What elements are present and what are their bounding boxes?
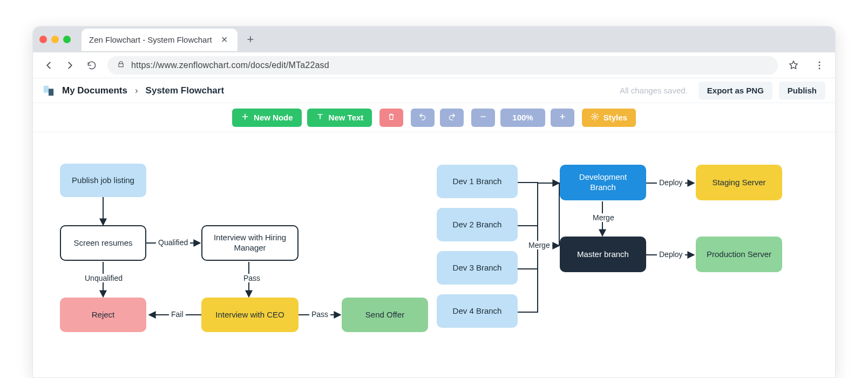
browser-menu-icon[interactable] (813, 59, 825, 71)
node-dev1[interactable]: Dev 1 Branch (437, 165, 518, 198)
redo-button[interactable] (440, 109, 464, 127)
plus-icon (558, 112, 567, 123)
save-status: All changes saved. (620, 86, 688, 95)
app-logo-icon (43, 85, 55, 97)
node-interview-hm[interactable]: Interview with Hiring Manager (201, 225, 299, 261)
node-dev3[interactable]: Dev 3 Branch (437, 251, 518, 285)
zoom-in-button[interactable] (551, 109, 574, 127)
svg-point-1 (819, 64, 820, 66)
undo-icon (418, 112, 427, 123)
breadcrumb-leaf[interactable]: System Flowchart (146, 85, 225, 96)
bookmark-star-icon[interactable] (788, 59, 799, 71)
svg-rect-4 (49, 89, 53, 96)
flowchart-canvas[interactable]: Publish job listing Screen resumes Inter… (33, 132, 835, 377)
tab-title: Zen Flowchart - System Flowchart (89, 35, 212, 44)
svg-point-2 (819, 68, 820, 69)
node-master[interactable]: Master branch (560, 237, 646, 272)
gear-icon (591, 112, 599, 123)
edge-label-merge2[interactable]: Merge (591, 213, 616, 222)
new-tab-button[interactable]: + (243, 32, 259, 46)
browser-tab[interactable]: Zen Flowchart - System Flowchart ✕ (82, 29, 238, 51)
minus-icon (479, 112, 487, 123)
node-dev2[interactable]: Dev 2 Branch (437, 208, 518, 241)
node-production[interactable]: Production Server (696, 237, 782, 272)
toolbar: New Node New Text 100% (33, 103, 835, 132)
undo-button[interactable] (411, 109, 435, 127)
browser-window: Zen Flowchart - System Flowchart ✕ + htt… (32, 26, 836, 378)
node-publish-job[interactable]: Publish job listing (60, 164, 146, 197)
new-node-button[interactable]: New Node (232, 109, 302, 127)
svg-rect-3 (44, 85, 49, 92)
nav-forward-button[interactable] (64, 59, 76, 71)
styles-button[interactable]: Styles (582, 109, 636, 127)
publish-button[interactable]: Publish (779, 82, 825, 100)
zoom-out-button[interactable] (471, 109, 495, 127)
node-screen-resumes[interactable]: Screen resumes (60, 225, 146, 261)
window-maximize-icon[interactable] (63, 36, 71, 43)
delete-button[interactable] (379, 109, 403, 127)
trash-icon (387, 112, 396, 123)
breadcrumb-root[interactable]: My Documents (62, 85, 127, 96)
node-reject[interactable]: Reject (60, 298, 146, 332)
address-bar[interactable]: https://www.zenflowchart.com/docs/edit/M… (107, 56, 778, 75)
url-text: https://www.zenflowchart.com/docs/edit/M… (131, 60, 329, 70)
window-controls (39, 36, 71, 43)
tab-strip: Zen Flowchart - System Flowchart ✕ + (33, 26, 835, 52)
redo-icon (447, 112, 456, 123)
chevron-right-icon: › (135, 85, 138, 96)
lock-icon (117, 60, 125, 70)
nav-back-button[interactable] (43, 59, 55, 71)
url-bar: https://www.zenflowchart.com/docs/edit/M… (33, 52, 835, 78)
window-minimize-icon[interactable] (51, 36, 59, 43)
edge-label-qualified[interactable]: Qualified (156, 238, 190, 247)
node-dev-branch[interactable]: Development Branch (560, 165, 646, 200)
svg-point-5 (594, 116, 596, 118)
node-staging[interactable]: Staging Server (696, 165, 782, 200)
edge-label-merge1[interactable]: Merge (526, 241, 552, 249)
node-dev4[interactable]: Dev 4 Branch (437, 294, 518, 328)
window-close-icon[interactable] (39, 36, 47, 43)
edge-label-pass2[interactable]: Pass (309, 310, 330, 319)
close-icon[interactable]: ✕ (219, 33, 230, 46)
edge-label-deploy1[interactable]: Deploy (657, 178, 685, 187)
plus-icon (241, 112, 249, 123)
zoom-level[interactable]: 100% (500, 109, 545, 127)
edge-label-unqualified[interactable]: Unqualified (83, 274, 125, 282)
nav-reload-button[interactable] (86, 59, 98, 71)
new-text-button[interactable]: New Text (307, 109, 372, 127)
breadcrumb: My Documents › System Flowchart (62, 85, 224, 96)
export-png-button[interactable]: Export as PNG (699, 82, 772, 100)
text-icon (316, 112, 324, 123)
edge-label-pass1[interactable]: Pass (241, 274, 262, 282)
app-header: My Documents › System Flowchart All chan… (33, 78, 835, 103)
node-send-offer[interactable]: Send Offer (342, 298, 428, 332)
node-interview-ceo[interactable]: Interview with CEO (201, 298, 299, 332)
edge-label-fail[interactable]: Fail (169, 310, 186, 319)
edge-label-deploy2[interactable]: Deploy (657, 250, 685, 259)
svg-point-0 (819, 61, 820, 63)
